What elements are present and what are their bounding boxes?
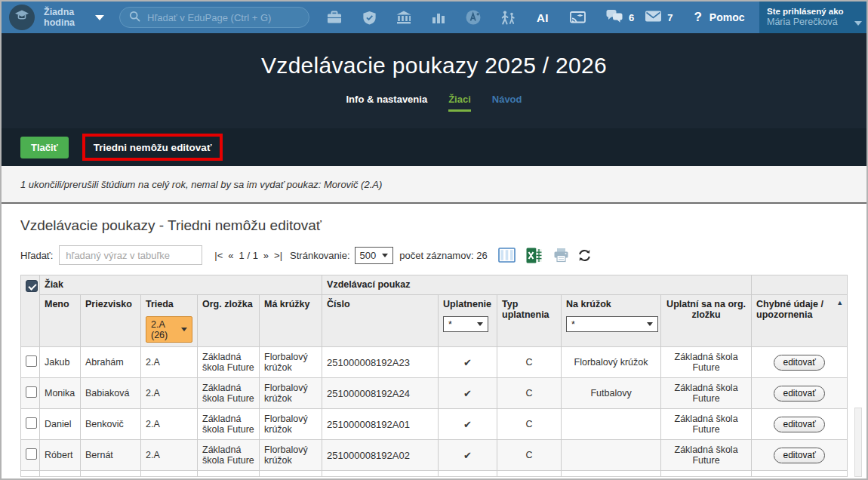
mail-count-badge: 7 [667,12,673,23]
question-mark-icon: ? [694,10,701,25]
tab-navod[interactable]: Návod [492,94,522,109]
print-icon[interactable] [553,248,570,263]
pagination-next-button[interactable]: » [263,250,269,261]
trieda-filter-value: 2.A (26) [151,319,176,340]
pagination-last-button[interactable]: >| [274,250,282,261]
check-icon: ✔ [463,357,472,368]
page-size-select[interactable]: 500 [355,247,394,264]
na-kruzok-filter-value: * [571,319,575,330]
tab-ziaci[interactable]: Žiaci [448,94,471,112]
row-checkbox[interactable] [26,355,37,367]
edupage-logo[interactable] [9,5,35,30]
group-header-voucher: Vzdelávací poukaz [322,275,752,295]
uplatnenie-filter-select[interactable]: * [443,316,488,332]
user-menu[interactable]: Ste prihlásený ako Mária Perečková [759,2,866,33]
column-header-org-zlozka[interactable]: Org. zložka [198,295,260,347]
cast-screen-icon[interactable] [560,2,595,33]
pagination: |< « 1 / 1 » >| [214,250,282,261]
edit-button[interactable]: editovať [774,448,824,463]
cell-typ: C [497,409,562,440]
na-kruzok-filter-select[interactable]: * [566,316,658,332]
section-heading: Vzdelávacie poukazy - Triedni nemôžu edi… [2,204,866,234]
column-header-uplatnenie[interactable]: Uplatnenie * [439,295,497,347]
column-settings-icon[interactable] [498,248,516,263]
chat-button[interactable]: 6 [605,8,634,26]
cell-trieda: 2.A [141,409,198,440]
column-header-uplatni-sa[interactable]: Uplatní sa na org. zložku [661,295,752,347]
table-row-partial [21,471,848,477]
warning-notice-text: 1 ukončili/prerušili štúdium na celý rok… [20,179,382,190]
chevron-down-icon [382,254,388,257]
page-title: Vzdelávacie poukazy 2025 / 2026 [2,33,866,78]
group-header-student: Žiak [40,275,322,295]
row-checkbox[interactable] [26,417,37,429]
main-content: Vzdelávacie poukazy - Triedni nemôžu edi… [2,204,866,478]
chevron-down-icon[interactable] [95,15,104,20]
mail-button[interactable]: 7 [645,10,673,26]
sort-ascending-icon[interactable]: ▲ [836,299,843,306]
excursion-icon[interactable] [491,2,525,33]
cell-trieda: 2.A [141,347,198,378]
row-checkbox[interactable] [26,386,37,398]
briefcase-icon[interactable] [317,2,352,33]
help-button[interactable]: ? Pomoc [694,10,744,25]
trieda-filter-select[interactable]: 2.A (26) [146,316,192,343]
column-header-uplatnenie-label: Uplatnenie [443,299,492,309]
table-row: Daniel Benkovič 2.A Základná škola Futur… [21,409,848,440]
cell-priezvisko: Bernát [81,440,141,471]
chat-icon [605,8,623,26]
pagination-prev-button[interactable]: « [228,250,233,261]
table-search-input[interactable] [59,245,202,265]
column-header-trieda[interactable]: Trieda 2.A (26) [141,295,198,347]
bar-chart-icon[interactable] [421,2,456,33]
edit-button[interactable]: editovať [774,417,824,432]
cell-priezvisko: Benkovič [81,409,141,440]
refresh-icon[interactable] [577,248,592,263]
column-header-ma-kruzky[interactable]: Má krúžky [260,295,322,347]
triedni-nemozu-editovat-button[interactable]: Triedni nemôžu editovať [94,142,212,153]
page-size-value: 500 [360,250,377,261]
edit-button[interactable]: editovať [774,386,824,402]
global-search-input[interactable]: Hľadať v EduPage (Ctrl + G) [119,7,309,28]
cell-priezvisko: Abrahám [81,347,141,378]
column-header-typ-uplatnenia[interactable]: Typ uplatnenia [497,295,562,347]
pagination-first-button[interactable]: |< [214,250,223,261]
tab-info-nastavenia[interactable]: Info & nastavenia [346,94,428,109]
cell-ma-kruzky: Florbalový krúžok [260,409,322,440]
column-header-chybne-udaje[interactable]: Chybné údaje / upozornenia ▲ [752,295,848,347]
table-controls: Hľadať: |< « 1 / 1 » >| Stránkovanie: 50… [20,245,866,265]
pagination-current-page: 1 / 1 [239,250,258,261]
cell-meno: Monika [40,378,81,409]
table-row: Monika Babiaková 2.A Základná škola Futu… [21,378,848,409]
select-all-cell [21,275,40,347]
cell-na-kruzok: Florbalový krúžok [562,347,661,378]
uplatnenie-filter-value: * [448,319,452,330]
current-lesson-selector[interactable]: Žiadna hodina [44,7,89,29]
print-button[interactable]: Tlačiť [20,137,69,158]
cell-ma-kruzky: Florbalový krúžok [260,347,322,378]
column-header-cislo[interactable]: Číslo [322,295,439,347]
cell-uplatni-sa: Základná škola Future [661,378,752,409]
chevron-down-icon [854,21,862,26]
column-header-chybne-label: Chybné údaje / upozornenia [756,299,823,320]
institution-icon[interactable] [386,2,421,33]
column-header-na-kruzok[interactable]: Na krúžok * [562,295,661,347]
shield-check-icon[interactable] [352,2,386,33]
graduation-cap-icon [14,8,29,26]
cell-cislo: 251000008192A24 [322,378,439,409]
column-header-trieda-label: Trieda [146,299,192,309]
grades-icon[interactable] [456,2,491,33]
cell-trieda: 2.A [141,440,198,471]
edit-button[interactable]: editovať [774,355,824,371]
user-name: Mária Perečková [767,17,851,29]
vertical-scrollbar[interactable] [854,408,862,477]
cell-cislo: 251000008192A23 [322,347,439,378]
export-excel-icon[interactable] [526,248,542,263]
cell-org-zlozka: Základná škola Future [198,409,260,440]
select-all-checkbox[interactable] [26,280,38,292]
column-header-meno[interactable]: Meno [40,295,81,347]
ai-module-button[interactable]: AI [525,2,560,33]
row-checkbox[interactable] [26,448,37,460]
column-header-priezvisko[interactable]: Priezvisko [81,295,141,347]
logged-in-as-label: Ste prihlásený ako [767,6,851,17]
